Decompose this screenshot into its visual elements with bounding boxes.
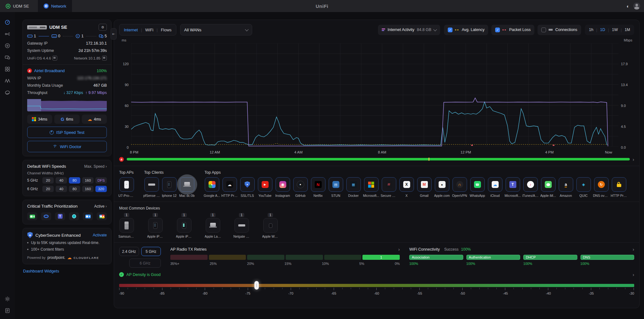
tile-http-pro-[interactable]: ☁HTTP Pro... [222,177,237,197]
count-item[interactable]: 0 [52,34,60,38]
max-speed-link[interactable]: Max. Speed › [84,164,107,169]
tab-wifi[interactable]: WiFi [145,28,153,32]
range-1m[interactable]: 1M [622,28,633,32]
sidebar-item-clients[interactable] [0,63,15,75]
tile-apple-im-[interactable]: Apple iM... [541,177,556,197]
tile-apple-iph-[interactable]: 1Apple iPh... [177,213,191,238]
tile-samsung-[interactable]: 1Samsung ... [119,213,134,238]
tile-netgate-p-[interactable]: 1Netgate P... [234,213,249,238]
sidebar-item-topology[interactable] [0,28,15,40]
sidebar-item-radios[interactable] [0,40,15,52]
facetime-icon[interactable] [27,212,37,220]
width-chip-80[interactable]: 80 [69,177,80,184]
collapse-panel-handle[interactable]: ⇤ [111,28,117,40]
webex-icon[interactable] [41,212,51,220]
tile-apple-iph-[interactable]: 1Apple iPh... [148,213,163,238]
checkbox-checked[interactable]: ✓ [448,28,453,32]
goto-icon[interactable] [69,212,79,220]
tile-http-pro-[interactable]: HTTP Pro... [611,177,626,197]
teams-icon[interactable]: T [55,212,65,220]
tile-x[interactable]: XX [399,177,414,197]
tile-gmail[interactable]: MGmail [417,177,432,197]
checkbox-unchecked[interactable] [541,28,546,32]
range-1w[interactable]: 1W [609,28,621,32]
tile-google-a-[interactable]: ●Google A... [204,177,219,197]
tile-amazon[interactable]: aAmazon [558,177,573,197]
tab-internet[interactable]: Internet [124,28,138,32]
isp-link[interactable]: Airtel Broadband [34,68,94,73]
tile-ssl-tls[interactable]: ●SSL/TLS [240,177,255,197]
tile-icloud[interactable]: ☁iCloud [488,177,502,197]
toggle-connections[interactable]: Connections [538,25,581,35]
toggle-packet-loss[interactable]: ✓Packet Loss [491,25,534,35]
console-settings-icon[interactable]: ⚙ [99,24,107,31]
wan-uptime-bar[interactable] [127,158,630,160]
count-item[interactable]: 1 [76,34,83,38]
tile-docker[interactable]: ▦Docker [346,177,361,197]
critical-traffic-status[interactable]: Active › [94,204,107,209]
tile-mac-dc-0b[interactable]: Mac dc:0b [179,177,194,197]
console-tab[interactable]: UDM SE [0,0,38,12]
theme-toggle-icon[interactable]: ◐ [627,3,629,9]
width-chip-80[interactable]: 80 [69,186,80,192]
chevron-right-icon[interactable]: › [633,157,634,162]
sidebar-item-dashboard[interactable] [0,16,15,28]
width-chip-DFS[interactable]: DFS [95,177,107,184]
count-item[interactable]: 5 [99,34,107,38]
tile-netflix[interactable]: NNetflix [311,177,325,197]
sidebar-item-settings[interactable] [0,293,15,305]
tile-microsoft-[interactable]: Microsoft... [364,177,379,197]
release-notes-icon[interactable] [52,56,57,60]
wifi-doctor-button[interactable]: WiFi Doctor [27,141,107,152]
width-chip-20[interactable]: 20 [42,177,54,184]
zoom-icon[interactable] [83,212,93,220]
toggle-avg-latency[interactable]: ✓Avg. Latency [444,25,488,35]
chevron-right-icon[interactable]: › [398,247,400,252]
width-chip-20[interactable]: 20 [42,186,54,192]
tile-dns-over-[interactable]: ↻DNS over... [594,177,609,197]
range-1h[interactable]: 1h [586,28,596,32]
tile-apple-lap-[interactable]: 1Apple Lap... [205,213,220,238]
isp-speed-test-button[interactable]: ISP Speed Test [27,127,107,138]
tile-apple-wa-[interactable]: 1Apple Wa... [263,213,278,238]
tile-instagram[interactable]: ◉Instagram [275,177,290,197]
wan-select[interactable]: All WANs [180,24,252,35]
tile-apple-com[interactable]: ●Apple.com [434,177,449,197]
width-chip-320[interactable]: 320 [95,186,107,192]
chevron-right-icon[interactable]: › [633,247,634,252]
tile-pfsense-0-[interactable]: pfSense 0... [144,177,159,197]
meet-icon[interactable] [97,212,107,220]
sidebar-item-logs[interactable] [0,305,15,316]
dashboard-widgets-link[interactable]: Dashboard Widgets [23,269,112,273]
checkbox-checked[interactable]: ✓ [495,28,500,32]
tile-microsoft-[interactable]: TMicrosoft... [505,177,520,197]
density-marker[interactable] [254,281,259,290]
release-notes-icon[interactable] [102,56,107,60]
tab-flows[interactable]: Flows [161,28,172,32]
sidebar-item-security[interactable] [0,87,15,98]
sidebar-item-devices[interactable] [0,52,15,63]
width-chip-40[interactable]: 40 [56,177,67,184]
tile-secure-sh-[interactable]: ///Secure Sh... [381,177,396,197]
count-item[interactable]: 1 [27,34,36,38]
tile-whatsapp[interactable]: ☎WhatsApp [470,177,485,197]
tile-github[interactable]: ●GitHub [293,177,308,197]
tile-iphone-12[interactable]: Iphone 12 [162,177,177,197]
tile-itunes-ap-[interactable]: ♪iTunes/Ap... [523,177,538,197]
avatar[interactable] [633,3,640,9]
sidebar-item-insights[interactable] [0,75,15,87]
tile-stun[interactable]: ▤STUN [328,177,343,197]
activate-link[interactable]: Activate [93,233,107,237]
range-1d[interactable]: 1D [597,28,608,32]
band-2-4ghz-button[interactable]: 2.4 GHz [119,247,139,256]
tile-u7-pro-w-[interactable]: U7-Pro-W... [119,177,134,197]
band-6ghz-button[interactable]: 6 GHz [129,259,161,268]
tile-quic[interactable]: ◈QUIC [576,177,591,197]
width-chip-160[interactable]: 160 [82,177,94,184]
tile-openvpn[interactable]: ∩OpenVPN [452,177,467,197]
network-tab[interactable]: Network [38,0,72,12]
width-chip-160[interactable]: 160 [82,186,94,192]
band-5ghz-button[interactable]: 5 GHz [141,247,161,256]
width-chip-40[interactable]: 40 [56,186,67,192]
internet-activity-filter[interactable]: Internet Activity 84.8 GB [378,25,440,35]
